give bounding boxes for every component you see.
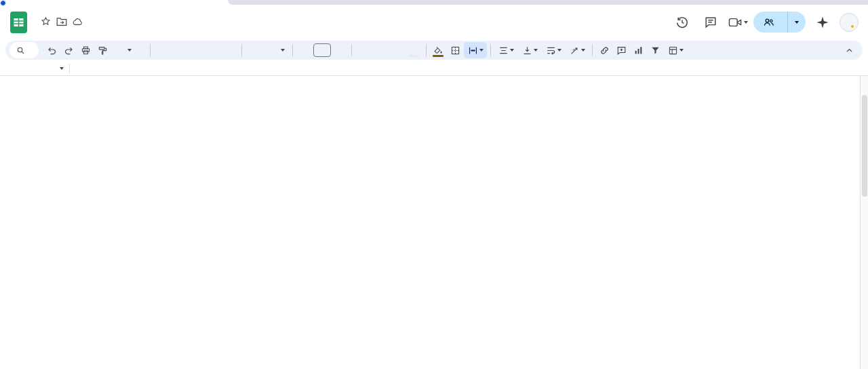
format-currency-button[interactable]: [154, 42, 170, 58]
chevron-down-icon: [127, 49, 132, 52]
people-icon: [763, 17, 774, 27]
decrease-decimal-button[interactable]: [188, 42, 204, 58]
format-percent-button[interactable]: [171, 42, 187, 58]
merge-cells-icon: [468, 45, 478, 56]
share-dropdown[interactable]: [788, 12, 806, 33]
meet-call-control[interactable]: [728, 16, 748, 28]
collapse-toolbar-button[interactable]: [841, 42, 857, 58]
zoom-select[interactable]: [111, 42, 146, 58]
chevron-down-icon: [60, 67, 64, 70]
avatar[interactable]: [840, 13, 859, 32]
undo-icon: [47, 45, 57, 56]
toolbar: [5, 41, 863, 60]
name-box[interactable]: [0, 67, 69, 70]
insert-comment-button[interactable]: [613, 42, 629, 58]
create-filter-button[interactable]: [647, 42, 663, 58]
move-folder-icon[interactable]: [56, 16, 67, 27]
print-button[interactable]: [77, 42, 94, 58]
fill-color-swatch: [433, 55, 443, 57]
google-sheets-logo[interactable]: [9, 10, 28, 35]
strikethrough-button[interactable]: [389, 42, 406, 58]
cloud-status-icon[interactable]: [73, 16, 83, 27]
header-actions: [671, 11, 868, 34]
text-rotation-button[interactable]: [566, 42, 589, 58]
redo-icon: [64, 45, 74, 56]
increase-font-size-button[interactable]: [332, 42, 348, 58]
comments-icon[interactable]: [699, 11, 722, 34]
vertical-align-icon: [522, 45, 532, 56]
selection-fill-handle[interactable]: [0, 0, 6, 6]
divider: [150, 44, 151, 56]
italic-button[interactable]: [372, 42, 389, 58]
add-comment-icon: [616, 45, 627, 56]
insert-chart-button[interactable]: [630, 42, 646, 58]
fill-color-icon: [433, 46, 443, 55]
divider: [69, 64, 70, 73]
divider: [292, 44, 293, 56]
chevron-down-icon: [281, 49, 285, 52]
paint-format-button[interactable]: [94, 42, 111, 58]
chevron-down-icon: [557, 49, 561, 52]
gemini-sparkle-icon[interactable]: [811, 11, 834, 34]
table-tools-button[interactable]: [664, 42, 687, 58]
redo-button[interactable]: [60, 42, 77, 58]
horizontal-align-button[interactable]: [494, 42, 517, 58]
chevron-down-icon: [534, 49, 538, 52]
text-color-swatch: [409, 55, 420, 57]
divider: [351, 44, 352, 56]
divider: [490, 44, 491, 56]
search-icon: [16, 46, 25, 55]
chevron-down-icon: [744, 21, 748, 24]
align-center-icon: [498, 45, 509, 56]
paint-format-icon: [98, 45, 108, 56]
scrollbar-thumb[interactable]: [862, 95, 867, 197]
share-button[interactable]: [753, 12, 788, 33]
divider: [592, 44, 593, 56]
chevron-down-icon: [795, 21, 799, 24]
functions-button[interactable]: [688, 42, 704, 58]
print-icon: [81, 45, 91, 56]
fill-color-button[interactable]: [430, 42, 446, 58]
increase-decimal-button[interactable]: [205, 42, 221, 58]
spreadsheet-grid: [0, 76, 868, 369]
undo-button[interactable]: [43, 42, 60, 58]
text-color-button[interactable]: [406, 42, 422, 58]
font-family-select[interactable]: [245, 42, 289, 58]
text-rotation-icon: [570, 45, 580, 56]
share-button-group: [753, 12, 806, 33]
filter-icon: [650, 45, 660, 56]
number-format-button[interactable]: [222, 42, 238, 58]
browser-tab-edge: [228, 0, 868, 5]
bold-button[interactable]: [355, 42, 372, 58]
table-icon: [668, 45, 678, 56]
menus-search-button[interactable]: [9, 42, 39, 58]
title-block: [35, 16, 83, 28]
vertical-scrollbar[interactable]: [860, 76, 868, 369]
insert-link-button[interactable]: [596, 42, 612, 58]
divider: [241, 44, 242, 56]
browser-strip: [0, 0, 868, 5]
decrease-font-size-button[interactable]: [296, 42, 313, 58]
version-history-icon[interactable]: [671, 11, 694, 34]
chevron-down-icon: [679, 49, 684, 52]
borders-button[interactable]: [447, 42, 463, 58]
app-header: [0, 5, 868, 39]
borders-icon: [450, 45, 460, 56]
chevron-down-icon: [581, 49, 585, 52]
vertical-align-button[interactable]: [518, 42, 541, 58]
text-wrap-button[interactable]: [542, 42, 565, 58]
font-size-input[interactable]: [313, 43, 331, 57]
link-icon: [599, 45, 610, 56]
merge-cells-button[interactable]: [464, 42, 487, 58]
chevron-down-icon: [479, 49, 484, 52]
chevron-down-icon: [510, 49, 514, 52]
text-wrap-icon: [546, 45, 556, 56]
chevron-up-icon: [845, 46, 854, 55]
formula-bar: [0, 61, 868, 76]
star-icon[interactable]: [40, 16, 51, 27]
divider: [426, 44, 427, 56]
chart-icon: [633, 45, 644, 56]
